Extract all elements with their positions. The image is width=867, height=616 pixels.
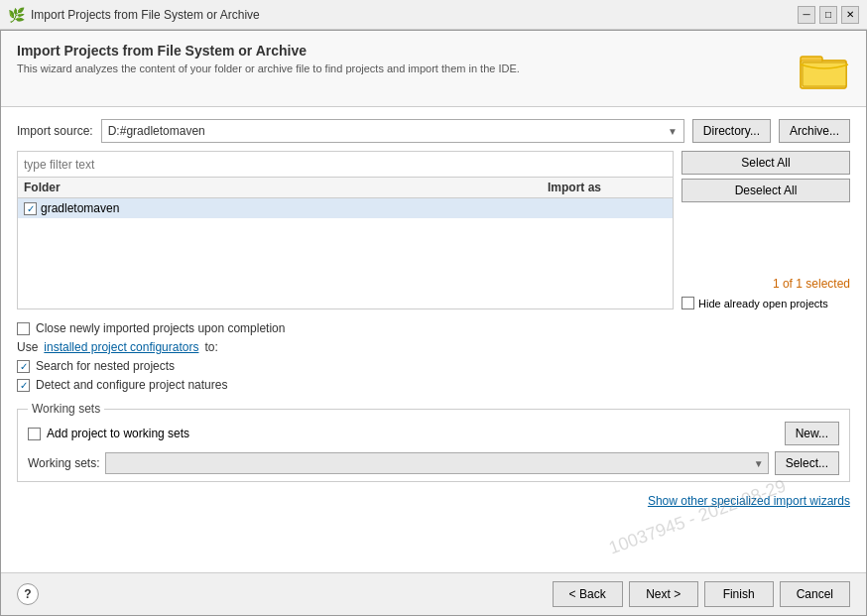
working-sets-combo[interactable]: ▼ <box>105 452 768 474</box>
use-configurators-row: Use installed project configurators to: <box>17 340 850 354</box>
selected-info: 1 of 1 selected <box>681 277 850 291</box>
close-imported-row: Close newly imported projects upon compl… <box>17 321 850 335</box>
project-table: Folder Import as gradletomaven <box>18 178 673 308</box>
app-icon: 🌿 <box>8 7 25 23</box>
options-section: Close newly imported projects upon compl… <box>17 321 850 392</box>
detect-natures-label: Detect and configure project natures <box>36 378 227 392</box>
cancel-button[interactable]: Cancel <box>780 581 850 607</box>
close-btn[interactable]: ✕ <box>841 6 859 24</box>
dialog-window: Import Projects from File System or Arch… <box>0 30 867 616</box>
search-nested-row: Search for nested projects <box>17 359 850 373</box>
table-row-folder: gradletomaven <box>24 201 667 215</box>
back-button[interactable]: < Back <box>553 581 623 607</box>
folder-column-header: Folder <box>24 181 548 194</box>
import-source-value: D:#gradletomaven <box>108 124 668 138</box>
title-bar-title: Import Projects from File System or Arch… <box>31 8 260 22</box>
project-name: gradletomaven <box>41 201 119 215</box>
footer-left: ? <box>17 583 39 605</box>
archive-button[interactable]: Archive... <box>779 119 850 143</box>
search-nested-checkbox[interactable] <box>17 360 30 373</box>
maximize-btn[interactable]: □ <box>819 6 837 24</box>
projects-area: Folder Import as gradletomaven <box>17 151 850 309</box>
show-wizards-row: Show other specialized import wizards 10… <box>17 494 850 508</box>
working-sets-add-row: Add project to working sets New... <box>28 422 839 445</box>
dialog-header: Import Projects from File System or Arch… <box>1 31 866 107</box>
help-button[interactable]: ? <box>17 583 39 605</box>
footer-right: < Back Next > Finish Cancel <box>553 581 850 607</box>
use-text: Use <box>17 340 38 354</box>
projects-right: Select All Deselect All 1 of 1 selected … <box>681 151 850 309</box>
minimize-btn[interactable]: ─ <box>798 6 815 24</box>
folder-icon <box>799 43 850 94</box>
show-wizards-link[interactable]: Show other specialized import wizards <box>648 494 850 508</box>
select-all-button[interactable]: Select All <box>681 151 850 175</box>
dialog-footer: ? < Back Next > Finish Cancel <box>1 572 866 615</box>
table-header: Folder Import as <box>18 178 673 198</box>
next-button[interactable]: Next > <box>629 581 698 607</box>
hide-open-label: Hide already open projects <box>698 298 828 309</box>
dialog-header-desc: This wizard analyzes the content of your… <box>17 62 789 74</box>
hide-open-row: Hide already open projects <box>681 297 850 309</box>
hide-open-checkbox[interactable] <box>681 297 694 309</box>
import-as-column-header: Import as <box>548 181 667 194</box>
select-working-sets-button[interactable]: Select... <box>775 451 839 475</box>
close-imported-checkbox[interactable] <box>17 322 30 335</box>
projects-left: Folder Import as gradletomaven <box>17 151 674 309</box>
add-to-working-sets-checkbox[interactable] <box>28 428 41 440</box>
search-nested-label: Search for nested projects <box>36 359 175 373</box>
to-text: to: <box>204 340 217 354</box>
new-working-set-button[interactable]: New... <box>785 422 839 445</box>
title-bar-left: 🌿 Import Projects from File System or Ar… <box>8 7 260 23</box>
import-source-combo[interactable]: D:#gradletomaven ▼ <box>101 119 684 143</box>
project-checkbox[interactable] <box>24 202 37 215</box>
close-imported-label: Close newly imported projects upon compl… <box>36 321 285 335</box>
import-source-label: Import source: <box>17 124 93 138</box>
finish-button[interactable]: Finish <box>704 581 774 607</box>
directory-button[interactable]: Directory... <box>692 119 771 143</box>
filter-input[interactable] <box>18 152 673 178</box>
dialog-body: Import source: D:#gradletomaven ▼ Direct… <box>1 107 866 572</box>
working-sets-label: Working sets: <box>28 456 99 470</box>
dialog-header-title: Import Projects from File System or Arch… <box>17 43 789 59</box>
working-sets-select-row: Working sets: ▼ Select... <box>28 451 839 475</box>
detect-natures-checkbox[interactable] <box>17 379 30 392</box>
table-row[interactable]: gradletomaven <box>18 198 673 218</box>
watermark: 10037945 - 2022-08-29 <box>606 475 789 558</box>
import-source-row: Import source: D:#gradletomaven ▼ Direct… <box>17 119 850 143</box>
dialog-header-text: Import Projects from File System or Arch… <box>17 43 789 74</box>
installed-configurators-link[interactable]: installed project configurators <box>44 340 198 354</box>
title-bar: 🌿 Import Projects from File System or Ar… <box>0 0 867 30</box>
working-sets-fieldset: Working sets Add project to working sets… <box>17 402 850 482</box>
detect-natures-row: Detect and configure project natures <box>17 378 850 392</box>
working-sets-legend: Working sets <box>28 402 104 416</box>
working-sets-arrow-icon: ▼ <box>754 458 764 469</box>
deselect-all-button[interactable]: Deselect All <box>681 179 850 202</box>
add-to-working-sets-label: Add project to working sets <box>47 427 189 440</box>
project-table-body: gradletomaven <box>18 198 673 258</box>
combo-arrow-icon: ▼ <box>668 126 678 137</box>
right-sidebar-top: Select All Deselect All <box>681 151 850 202</box>
title-bar-controls: ─ □ ✕ <box>798 6 859 24</box>
